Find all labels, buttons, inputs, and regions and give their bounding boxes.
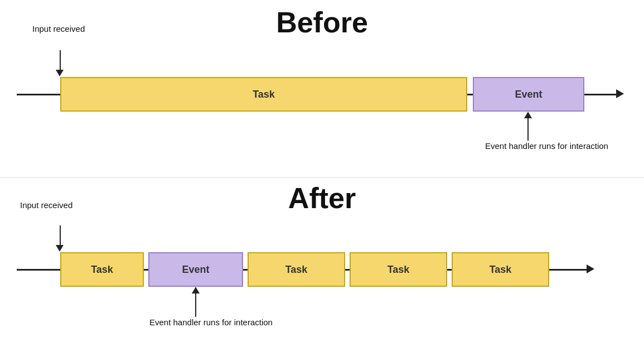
before-event-arrow-line <box>527 118 529 141</box>
before-timeline-right <box>584 94 618 95</box>
section-divider <box>0 177 644 178</box>
after-task3-block: Task <box>350 252 447 287</box>
before-input-arrow-head <box>56 70 64 76</box>
before-event-block: Event <box>473 77 584 112</box>
after-task1-block: Task <box>60 252 144 287</box>
after-event-block: Event <box>148 252 243 287</box>
after-event-handler-label: Event handler runs for interaction <box>149 317 273 328</box>
before-event-arrow-head <box>524 112 532 118</box>
after-title: After <box>0 181 644 215</box>
after-event-arrow-head <box>192 287 200 293</box>
before-input-label: Input received <box>32 23 85 35</box>
before-timeline-mid <box>467 94 473 95</box>
diagram-container: Before Input received Task Event Event h… <box>0 0 644 361</box>
before-event-handler-label: Event handler runs for interaction <box>485 141 608 152</box>
after-input-arrow-head <box>56 245 64 252</box>
after-event-arrow-line <box>195 293 196 317</box>
after-conn2 <box>243 269 248 271</box>
after-conn4 <box>447 269 452 271</box>
after-timeline-right <box>549 269 588 271</box>
before-timeline-arrow <box>616 89 624 98</box>
after-task4-block: Task <box>452 252 549 287</box>
after-timeline-left <box>17 269 60 271</box>
before-timeline-left <box>17 94 60 95</box>
after-task2-block: Task <box>248 252 345 287</box>
after-input-arrow-line <box>60 225 61 247</box>
before-input-arrow-line <box>60 50 61 71</box>
after-timeline-arrow <box>587 264 594 273</box>
before-task-block: Task <box>60 77 467 112</box>
after-conn1 <box>144 269 148 271</box>
after-conn3 <box>345 269 350 271</box>
before-title: Before <box>0 6 644 39</box>
after-input-label: Input received <box>20 200 72 211</box>
